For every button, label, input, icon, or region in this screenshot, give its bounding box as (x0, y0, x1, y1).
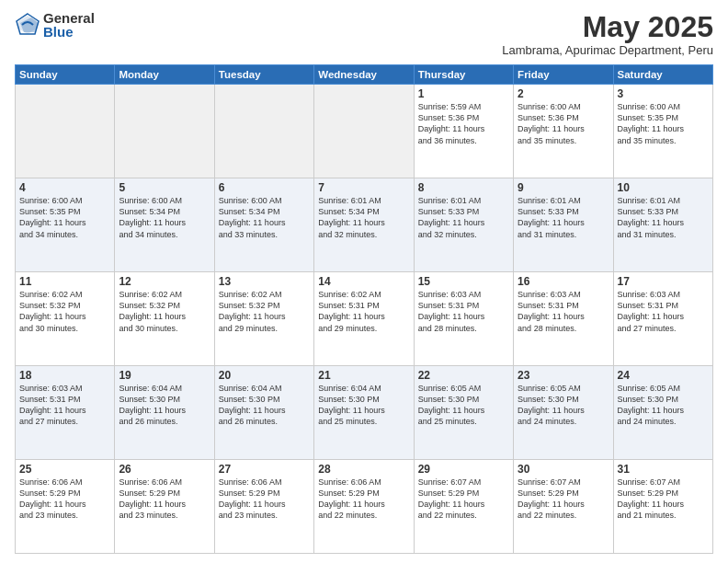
calendar-day-cell: 21Sunrise: 6:04 AM Sunset: 5:30 PM Dayli… (314, 366, 414, 460)
day-number: 25 (19, 463, 110, 476)
calendar-day-cell: 17Sunrise: 6:03 AM Sunset: 5:31 PM Dayli… (613, 272, 712, 366)
calendar-day-cell (314, 85, 414, 178)
day-info: Sunrise: 6:00 AM Sunset: 5:35 PM Dayligh… (19, 195, 110, 240)
day-info: Sunrise: 6:07 AM Sunset: 5:29 PM Dayligh… (618, 477, 709, 522)
calendar-day-cell: 5Sunrise: 6:00 AM Sunset: 5:34 PM Daylig… (115, 178, 214, 272)
calendar-header-day: Tuesday (214, 65, 313, 85)
calendar-week-row: 18Sunrise: 6:03 AM Sunset: 5:31 PM Dayli… (16, 366, 713, 460)
day-info: Sunrise: 6:05 AM Sunset: 5:30 PM Dayligh… (518, 383, 609, 428)
day-info: Sunrise: 6:03 AM Sunset: 5:31 PM Dayligh… (518, 289, 609, 334)
day-number: 28 (318, 463, 409, 476)
calendar-day-cell: 18Sunrise: 6:03 AM Sunset: 5:31 PM Dayli… (16, 366, 115, 460)
calendar-day-cell: 31Sunrise: 6:07 AM Sunset: 5:29 PM Dayli… (613, 460, 712, 554)
calendar-week-row: 4Sunrise: 6:00 AM Sunset: 5:35 PM Daylig… (16, 178, 713, 272)
calendar-day-cell: 25Sunrise: 6:06 AM Sunset: 5:29 PM Dayli… (16, 460, 115, 554)
day-info: Sunrise: 6:03 AM Sunset: 5:31 PM Dayligh… (618, 289, 709, 334)
calendar-day-cell: 19Sunrise: 6:04 AM Sunset: 5:30 PM Dayli… (115, 366, 214, 460)
calendar-day-cell: 7Sunrise: 6:01 AM Sunset: 5:34 PM Daylig… (314, 178, 414, 272)
day-info: Sunrise: 6:06 AM Sunset: 5:29 PM Dayligh… (219, 477, 310, 522)
day-info: Sunrise: 6:05 AM Sunset: 5:30 PM Dayligh… (618, 383, 709, 428)
day-number: 29 (418, 463, 509, 476)
day-number: 23 (518, 369, 609, 382)
calendar-day-cell: 20Sunrise: 6:04 AM Sunset: 5:30 PM Dayli… (214, 366, 313, 460)
day-info: Sunrise: 5:59 AM Sunset: 5:36 PM Dayligh… (418, 101, 509, 146)
calendar-header-day: Saturday (613, 65, 712, 85)
day-info: Sunrise: 6:07 AM Sunset: 5:29 PM Dayligh… (518, 477, 609, 522)
calendar-day-cell: 2Sunrise: 6:00 AM Sunset: 5:36 PM Daylig… (514, 85, 613, 178)
day-info: Sunrise: 6:03 AM Sunset: 5:31 PM Dayligh… (19, 383, 110, 428)
day-number: 1 (418, 87, 509, 100)
page: General Blue May 2025 Lambrama, Apurimac… (0, 0, 728, 563)
calendar-day-cell: 30Sunrise: 6:07 AM Sunset: 5:29 PM Dayli… (514, 460, 613, 554)
day-number: 18 (19, 369, 110, 382)
calendar-day-cell: 29Sunrise: 6:07 AM Sunset: 5:29 PM Dayli… (414, 460, 513, 554)
title-block: May 2025 Lambrama, Apurimac Department, … (502, 11, 713, 57)
day-number: 31 (618, 463, 709, 476)
logo-blue: Blue (43, 25, 95, 39)
calendar-day-cell: 6Sunrise: 6:00 AM Sunset: 5:34 PM Daylig… (214, 178, 313, 272)
day-number: 9 (518, 181, 609, 194)
day-number: 16 (518, 275, 609, 288)
day-info: Sunrise: 6:01 AM Sunset: 5:33 PM Dayligh… (618, 195, 709, 240)
calendar-week-row: 1Sunrise: 5:59 AM Sunset: 5:36 PM Daylig… (16, 85, 713, 178)
calendar-day-cell: 1Sunrise: 5:59 AM Sunset: 5:36 PM Daylig… (414, 85, 513, 178)
calendar-day-cell (115, 85, 214, 178)
day-number: 24 (618, 369, 709, 382)
day-info: Sunrise: 6:02 AM Sunset: 5:32 PM Dayligh… (119, 289, 210, 334)
calendar-day-cell: 23Sunrise: 6:05 AM Sunset: 5:30 PM Dayli… (514, 366, 613, 460)
day-info: Sunrise: 6:06 AM Sunset: 5:29 PM Dayligh… (119, 477, 210, 522)
day-number: 19 (119, 369, 210, 382)
location-subtitle: Lambrama, Apurimac Department, Peru (502, 43, 713, 57)
day-number: 27 (219, 463, 310, 476)
day-info: Sunrise: 6:06 AM Sunset: 5:29 PM Dayligh… (19, 477, 110, 522)
calendar-day-cell: 3Sunrise: 6:00 AM Sunset: 5:35 PM Daylig… (613, 85, 712, 178)
calendar-day-cell: 28Sunrise: 6:06 AM Sunset: 5:29 PM Dayli… (314, 460, 414, 554)
calendar-header-day: Monday (115, 65, 214, 85)
day-number: 11 (19, 275, 110, 288)
calendar-day-cell: 11Sunrise: 6:02 AM Sunset: 5:32 PM Dayli… (16, 272, 115, 366)
month-year-title: May 2025 (502, 11, 713, 43)
calendar-day-cell: 26Sunrise: 6:06 AM Sunset: 5:29 PM Dayli… (115, 460, 214, 554)
calendar-day-cell: 24Sunrise: 6:05 AM Sunset: 5:30 PM Dayli… (613, 366, 712, 460)
day-info: Sunrise: 6:04 AM Sunset: 5:30 PM Dayligh… (119, 383, 210, 428)
calendar-header-day: Wednesday (314, 65, 414, 85)
calendar-week-row: 11Sunrise: 6:02 AM Sunset: 5:32 PM Dayli… (16, 272, 713, 366)
logo-general: General (43, 11, 95, 25)
day-number: 22 (418, 369, 509, 382)
day-info: Sunrise: 6:02 AM Sunset: 5:32 PM Dayligh… (19, 289, 110, 334)
day-info: Sunrise: 6:00 AM Sunset: 5:36 PM Dayligh… (518, 101, 609, 146)
calendar-day-cell: 27Sunrise: 6:06 AM Sunset: 5:29 PM Dayli… (214, 460, 313, 554)
logo-text: General Blue (43, 11, 95, 39)
day-info: Sunrise: 6:00 AM Sunset: 5:34 PM Dayligh… (219, 195, 310, 240)
calendar-day-cell: 16Sunrise: 6:03 AM Sunset: 5:31 PM Dayli… (514, 272, 613, 366)
day-info: Sunrise: 6:00 AM Sunset: 5:35 PM Dayligh… (618, 101, 709, 146)
day-number: 17 (618, 275, 709, 288)
calendar-header-row: SundayMondayTuesdayWednesdayThursdayFrid… (16, 65, 713, 85)
calendar-day-cell (214, 85, 313, 178)
day-number: 15 (418, 275, 509, 288)
calendar-header-day: Friday (514, 65, 613, 85)
day-info: Sunrise: 6:07 AM Sunset: 5:29 PM Dayligh… (418, 477, 509, 522)
calendar-day-cell: 9Sunrise: 6:01 AM Sunset: 5:33 PM Daylig… (514, 178, 613, 272)
day-number: 21 (318, 369, 409, 382)
day-info: Sunrise: 6:03 AM Sunset: 5:31 PM Dayligh… (418, 289, 509, 334)
day-number: 13 (219, 275, 310, 288)
day-info: Sunrise: 6:01 AM Sunset: 5:34 PM Dayligh… (318, 195, 409, 240)
day-info: Sunrise: 6:01 AM Sunset: 5:33 PM Dayligh… (518, 195, 609, 240)
logo-icon (15, 12, 40, 38)
logo: General Blue (15, 11, 95, 39)
day-number: 12 (119, 275, 210, 288)
day-info: Sunrise: 6:06 AM Sunset: 5:29 PM Dayligh… (318, 477, 409, 522)
day-number: 6 (219, 181, 310, 194)
calendar-day-cell: 4Sunrise: 6:00 AM Sunset: 5:35 PM Daylig… (16, 178, 115, 272)
header: General Blue May 2025 Lambrama, Apurimac… (15, 11, 713, 57)
day-info: Sunrise: 6:02 AM Sunset: 5:31 PM Dayligh… (318, 289, 409, 334)
day-info: Sunrise: 6:01 AM Sunset: 5:33 PM Dayligh… (418, 195, 509, 240)
calendar-header-day: Thursday (414, 65, 513, 85)
day-number: 20 (219, 369, 310, 382)
day-number: 2 (518, 87, 609, 100)
day-number: 14 (318, 275, 409, 288)
calendar-day-cell: 12Sunrise: 6:02 AM Sunset: 5:32 PM Dayli… (115, 272, 214, 366)
calendar-day-cell: 15Sunrise: 6:03 AM Sunset: 5:31 PM Dayli… (414, 272, 513, 366)
calendar-day-cell (16, 85, 115, 178)
